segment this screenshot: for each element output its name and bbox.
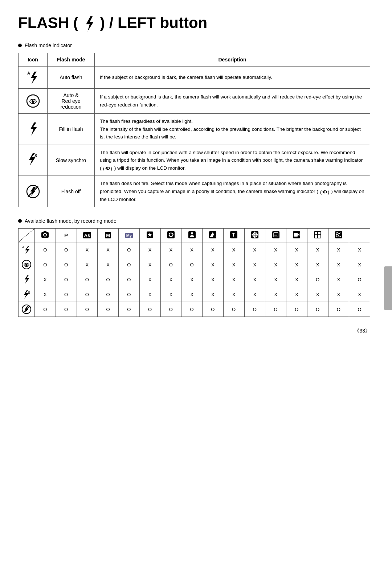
page-title: FLASH ( ) / LEFT button <box>18 15 370 32</box>
grid-cell: X <box>203 287 224 302</box>
grid-cell: X <box>77 257 98 272</box>
svg-point-40 <box>254 234 256 236</box>
svg-rect-49 <box>272 231 279 238</box>
table-row: Flash off The flash does not fire. Selec… <box>19 176 370 207</box>
grid-cell: O <box>139 302 160 317</box>
grid-cell: O <box>265 302 286 317</box>
svg-marker-2 <box>31 72 37 84</box>
grid-col-star <box>139 229 160 242</box>
grid-row-header-2 <box>19 257 35 272</box>
grid-cell: X <box>328 242 349 257</box>
bullet-icon <box>18 44 22 47</box>
svg-rect-57 <box>315 232 317 234</box>
grid-cell: X <box>160 287 181 302</box>
svg-text:(: ( <box>320 190 322 195</box>
grid-cell: X <box>244 272 265 287</box>
grid-cell: X <box>223 242 244 257</box>
grid-cell: O <box>77 287 98 302</box>
grid-cell: O <box>286 302 307 317</box>
grid-cell: O <box>56 242 77 257</box>
grid-cell: X <box>203 272 224 287</box>
grid-col-mountain <box>203 229 224 242</box>
grid-cell: X <box>265 272 286 287</box>
grid-col-flower <box>244 229 265 242</box>
svg-marker-0 <box>86 16 93 32</box>
grid-cell: X <box>286 287 307 302</box>
grid-cell: X <box>35 287 56 302</box>
svg-rect-59 <box>315 235 317 238</box>
grid-col-My: My <box>119 229 140 242</box>
svg-point-42 <box>254 236 256 238</box>
grid-cell: O <box>160 302 181 317</box>
col-header-icon: Icon <box>19 53 48 66</box>
grid-col-P: P <box>56 229 77 242</box>
flash-mode-table: Icon Flash mode Description A Auto flash… <box>18 53 370 207</box>
grid-cell: X <box>203 257 224 272</box>
grid-cell: O <box>77 302 98 317</box>
table-row: Fill in flash The flash fires regardless… <box>19 113 370 145</box>
grid-cell: X <box>307 257 328 272</box>
col-header-desc: Description <box>95 53 370 66</box>
svg-marker-72 <box>25 275 29 284</box>
grid-cell: X <box>307 242 328 257</box>
grid-cell: X <box>181 242 203 257</box>
side-tab <box>384 266 392 310</box>
grid-cell: O <box>56 272 77 287</box>
desc-cell-slow: The flash will operate in conjunction wi… <box>95 145 370 176</box>
grid-cell: X <box>223 272 244 287</box>
svg-text:T: T <box>232 232 235 238</box>
grid-cell: O <box>223 302 244 317</box>
bullet-icon-2 <box>18 219 22 223</box>
svg-rect-26 <box>44 231 46 233</box>
grid-col-camera <box>35 229 56 242</box>
page-number: 《33》 <box>18 328 370 334</box>
svg-point-33 <box>191 232 193 234</box>
grid-cell: X <box>160 272 181 287</box>
grid-cell: O <box>98 302 119 317</box>
grid-col-rotate <box>160 229 181 242</box>
grid-cell: X <box>223 287 244 302</box>
grid-row-header-5 <box>19 302 35 317</box>
grid-cell: O <box>35 302 56 317</box>
svg-text:(: ( <box>103 166 105 171</box>
grid-cell: O <box>181 257 203 272</box>
grid-cell: X <box>181 287 203 302</box>
grid-col-T: T <box>223 229 244 242</box>
icon-cell-off <box>19 176 48 207</box>
svg-text:S: S <box>34 154 37 158</box>
grid-cell: O <box>244 302 265 317</box>
svg-rect-61 <box>335 231 342 238</box>
grid-row-fillflash: X O O O O X X X X X X X X O X O <box>19 272 370 287</box>
svg-point-44 <box>256 234 258 235</box>
grid-cell: X <box>244 257 265 272</box>
grid-cell: X <box>265 242 286 257</box>
grid-cell: O <box>56 302 77 317</box>
grid-cell: O <box>119 257 140 272</box>
svg-point-71 <box>27 264 28 265</box>
grid-cell: X <box>203 242 224 257</box>
grid-cell: X <box>139 257 160 272</box>
col-header-mode: Flash mode <box>48 53 95 66</box>
section2-label: Available flash mode, by recording mode <box>18 218 370 224</box>
grid-row-header-1: A <box>19 242 35 257</box>
grid-cell: X <box>328 287 349 302</box>
grid-cell: O <box>349 272 370 287</box>
mode-cell-redeye: Auto &Red eyereduction <box>48 88 95 113</box>
grid-row-header-4: S <box>19 287 35 302</box>
desc-cell-auto: If the subject or background is dark, th… <box>95 66 370 88</box>
grid-cell: O <box>349 302 370 317</box>
grid-row-header-3 <box>19 272 35 287</box>
svg-rect-54 <box>294 233 298 237</box>
svg-rect-60 <box>318 235 320 238</box>
grid-cell: X <box>77 242 98 257</box>
grid-cell: O <box>160 257 181 272</box>
svg-marker-67 <box>25 246 30 254</box>
grid-cell: X <box>349 242 370 257</box>
grid-col-voicememo <box>265 229 286 242</box>
grid-cell: X <box>286 242 307 257</box>
section1-label: Flash mode indicator <box>18 43 370 48</box>
corner-header <box>19 229 35 242</box>
grid-col-M: M <box>98 229 119 242</box>
grid-row-redeye: O O X X O X O O X X X X X X X X <box>19 257 370 272</box>
svg-line-77 <box>23 306 30 313</box>
